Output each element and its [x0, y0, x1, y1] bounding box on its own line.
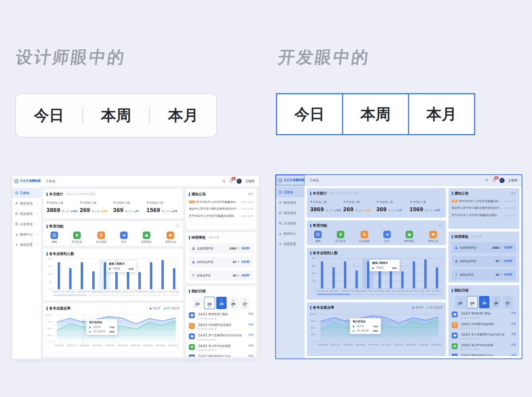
- schedule-day-24[interactable]: 二 24: [467, 296, 478, 308]
- approval-item-career-talk[interactable]: 宣讲会申请 32 条 去处理 ›: [452, 269, 516, 280]
- legend-employment-rate[interactable]: 就业率: [150, 307, 161, 310]
- schedule-item-meeting[interactable]: 【会议】高职领导班子大会11:30:00-12:30:00 详情: [452, 354, 516, 356]
- tab-today[interactable]: 今日: [34, 105, 64, 126]
- legend-matched-employment-rate[interactable]: 对口就业率: [427, 306, 443, 309]
- approval-item-career-talk[interactable]: 宣讲会申请 32 条 去处理 ›: [189, 270, 253, 281]
- go-handle-link[interactable]: 去处理 ›: [504, 259, 513, 263]
- bar[interactable]: [58, 262, 60, 289]
- bar[interactable]: [161, 260, 164, 289]
- breadcrumb[interactable]: 工作台: [46, 179, 55, 183]
- prev-days-arrow[interactable]: ‹: [452, 300, 454, 304]
- bar[interactable]: [401, 271, 404, 288]
- schedule-item-meeting[interactable]: 【会议】第十五届高职大会大会大会11:30:00-12:30:00 详情: [189, 333, 253, 341]
- tab-this-week[interactable]: 本周: [101, 105, 131, 126]
- legend-matched-employment-rate[interactable]: 对口就业率: [164, 307, 180, 310]
- approval-item-recruit-info[interactable]: 招聘信息申请 67 条 去处理 ›: [189, 257, 253, 267]
- quick-action-post-announcement[interactable]: 发布公告: [428, 231, 439, 243]
- sidebar-item-reports[interactable]: 报表中心 ›: [276, 228, 305, 239]
- notice-item[interactable]: 就业中心关于第十期职业素养训练营开营通... 2021.12.09: [189, 207, 253, 211]
- gear-icon[interactable]: [439, 223, 443, 227]
- quick-action-site-news[interactable]: 站点新闻: [359, 231, 369, 243]
- bar[interactable]: [344, 261, 346, 288]
- sidebar-item-workbench[interactable]: 工作台: [12, 188, 41, 198]
- bar[interactable]: [173, 268, 175, 289]
- schedule-day-27[interactable]: 五 27: [503, 296, 513, 308]
- notice-item[interactable]: 就业中心关于第十期职业素养训练营开营通... 2021.12.09: [452, 206, 516, 210]
- approvals-subtitle-tab[interactable]: 我的申请: [472, 235, 482, 239]
- bar[interactable]: [436, 267, 438, 288]
- schedule-item-meeting[interactable]: 【会议】第十五届高职大会大会大会11:30:00-12:30:00 详情: [452, 333, 516, 340]
- bar[interactable]: [92, 271, 95, 289]
- schedule-item-career-talk[interactable]: 【宣讲】第七中学外出宣讲11:30:00-12:30:00 详情: [452, 343, 516, 351]
- bar[interactable]: [367, 261, 369, 288]
- bar[interactable]: [138, 272, 141, 289]
- next-days-arrow[interactable]: ›: [251, 301, 253, 305]
- notices-more-link[interactable]: 更多: [511, 192, 516, 195]
- tab-today[interactable]: 今日: [276, 93, 343, 135]
- tab-this-month[interactable]: 本月: [408, 93, 475, 135]
- go-handle-link[interactable]: 去处理 ›: [504, 273, 513, 276]
- tab-this-week[interactable]: 本周: [342, 93, 409, 135]
- go-handle-link[interactable]: 去处理 ›: [241, 260, 250, 264]
- sidebar-item-enterprise[interactable]: 企业管理 ›: [12, 219, 41, 229]
- app-logo[interactable]: 云立方智慧校园: [12, 176, 41, 186]
- schedule-day-24[interactable]: 二 24: [204, 297, 215, 309]
- quick-action-site-news[interactable]: 站点新闻: [96, 232, 106, 244]
- tab-this-month[interactable]: 本月: [168, 105, 198, 126]
- approval-item-recruit-info[interactable]: 招聘信息申请 67 条 去处理 ›: [452, 256, 516, 267]
- detail-link[interactable]: 详情: [511, 311, 516, 315]
- schedule-item-meeting[interactable]: 【会议】高职领导班子大会11:30:00-12:30:00 详情: [189, 354, 253, 357]
- notice-item[interactable]: 最新 关于2021年人才培养方案建设的通知 2021.12.20: [452, 199, 516, 203]
- go-handle-link[interactable]: 去处理 ›: [241, 274, 250, 277]
- approval-item-source-change[interactable]: 生源变更申请 2333 条 去处理 ›: [452, 242, 516, 253]
- detail-link[interactable]: 详情: [511, 343, 516, 347]
- detail-link[interactable]: 详情: [248, 333, 253, 337]
- bar[interactable]: [321, 261, 323, 288]
- schedule-day-25-selected[interactable]: 三 25: [479, 296, 489, 308]
- detail-link[interactable]: 详情: [248, 354, 253, 357]
- schedule-day-26[interactable]: 四 26: [228, 297, 238, 309]
- notices-more-link[interactable]: 更多: [248, 193, 253, 196]
- quick-action-leave[interactable]: 请假: [314, 231, 322, 243]
- schedule-day-27[interactable]: 五 27: [240, 297, 250, 309]
- go-handle-link[interactable]: 去处理 ›: [241, 247, 250, 250]
- bar[interactable]: [150, 262, 152, 289]
- next-days-arrow[interactable]: ›: [514, 300, 516, 304]
- bar[interactable]: [424, 259, 427, 288]
- detail-link[interactable]: 详情: [248, 344, 253, 348]
- detail-link[interactable]: 详情: [511, 354, 516, 356]
- bar[interactable]: [332, 267, 335, 288]
- quick-action-business-trip[interactable]: 出差: [120, 232, 128, 244]
- schedule-item-meeting[interactable]: 【会议】每周五部门例会11:30:00-12:30:00 详情: [189, 312, 253, 320]
- notice-item[interactable]: 关于2021年人才培养方案建设的通知 2021.12.08: [189, 214, 253, 218]
- quick-action-internship[interactable]: 实习安排: [335, 231, 346, 243]
- prev-days-arrow[interactable]: ‹: [189, 301, 191, 305]
- sidebar-item-workbench[interactable]: 工作台: [276, 187, 305, 197]
- sidebar-item-admissions[interactable]: 招生管理 ›: [276, 197, 305, 208]
- approval-item-source-change[interactable]: 生源变更申请 2333 条 去处理 ›: [189, 243, 253, 254]
- quick-action-internship[interactable]: 实习安排: [72, 232, 82, 244]
- scrollbar-thumb[interactable]: [317, 294, 350, 295]
- bar[interactable]: [355, 271, 358, 288]
- quick-action-leave[interactable]: 请假: [50, 232, 58, 244]
- sidebar-item-employment[interactable]: 就业管理 ›: [276, 208, 305, 218]
- schedule-item-career-talk[interactable]: 【宣讲】第七中学外出宣讲11:30:00-12:30:00 详情: [189, 344, 253, 352]
- avatar[interactable]: [499, 178, 505, 183]
- notifications-button[interactable]: 11: [492, 178, 496, 183]
- avatar[interactable]: [237, 179, 242, 184]
- go-handle-link[interactable]: 去处理 ›: [504, 246, 513, 249]
- sidebar-item-settings[interactable]: 系统设置 ›: [12, 239, 41, 250]
- notice-item[interactable]: 关于2021年人才培养方案建设的通知 2021.12.08: [452, 213, 516, 217]
- scrollbar-thumb[interactable]: [54, 294, 87, 296]
- search-icon[interactable]: [485, 179, 489, 182]
- bar[interactable]: [81, 262, 83, 289]
- bar[interactable]: [69, 268, 72, 289]
- sidebar-item-employment[interactable]: 就业管理 ›: [12, 208, 41, 219]
- schedule-day-26[interactable]: 四 26: [491, 296, 501, 308]
- schedule-day-25-selected[interactable]: 三 25: [216, 297, 227, 309]
- notice-item[interactable]: 最新 关于2021年人才培养方案建设的通知 2021.12.20: [189, 200, 253, 204]
- detail-link[interactable]: 详情: [248, 312, 253, 316]
- search-icon[interactable]: [222, 179, 226, 183]
- detail-link[interactable]: 详情: [511, 322, 516, 326]
- notifications-button[interactable]: 11: [229, 179, 233, 183]
